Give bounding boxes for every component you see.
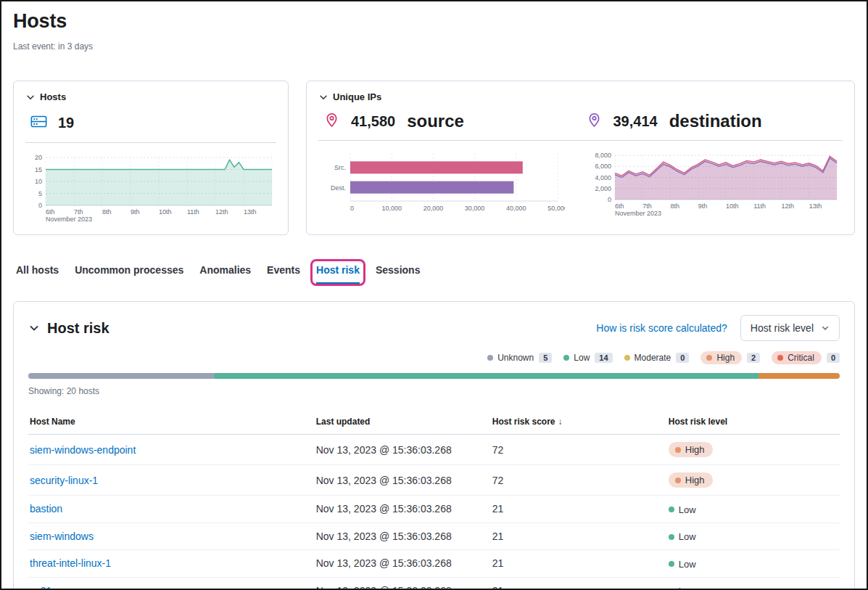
- risk-level-cell: Low: [669, 585, 838, 590]
- host-link[interactable]: bastion: [30, 503, 62, 515]
- legend-dot-icon: [706, 355, 712, 361]
- svg-text:0: 0: [350, 205, 354, 212]
- last-updated-cell: Nov 13, 2023 @ 15:36:03.268: [316, 585, 492, 590]
- destination-ip-count: 39,414: [613, 113, 658, 130]
- risk-score-cell: 21: [492, 503, 669, 515]
- risk-score-cell: 72: [492, 444, 669, 456]
- distribution-segment: [215, 373, 759, 379]
- hosts-panel-title: Hosts: [40, 91, 66, 102]
- page-title: Hosts: [13, 10, 855, 33]
- host-risk-level-filter-button[interactable]: Host risk level: [740, 315, 840, 341]
- svg-text:11th: 11th: [187, 208, 199, 216]
- unique-ips-panel-title: Unique IPs: [333, 91, 381, 102]
- svg-text:11th: 11th: [753, 202, 766, 210]
- tab-uncommon-processes[interactable]: Uncommon processes: [75, 264, 183, 284]
- distribution-segment: [28, 373, 215, 379]
- svg-text:10: 10: [35, 178, 42, 185]
- svg-text:13th: 13th: [809, 202, 822, 210]
- storage-icon: [30, 112, 48, 134]
- risk-level-dot-icon: [669, 561, 674, 567]
- chevron-down-icon[interactable]: [25, 92, 36, 102]
- showing-count-text: Showing: 20 hosts: [28, 386, 840, 396]
- source-ip-count: 41,580: [351, 113, 395, 130]
- svg-text:9th: 9th: [131, 208, 140, 216]
- svg-text:2,000: 2,000: [595, 185, 611, 192]
- svg-text:20: 20: [35, 154, 42, 161]
- legend-count-badge: 0: [827, 353, 840, 363]
- svg-text:30,000: 30,000: [465, 205, 485, 212]
- source-kpi: 41,580 source: [318, 111, 581, 131]
- last-updated-cell: Nov 13, 2023 @ 15:36:03.268: [316, 444, 492, 456]
- hosts-panel: Hosts 19 051015206th7th8th9th10th11th12t: [13, 81, 289, 235]
- column-header-host-risk-score[interactable]: Host risk score ↓: [492, 417, 669, 427]
- svg-text:4,000: 4,000: [595, 174, 611, 181]
- legend-dot-icon: [777, 355, 783, 361]
- tab-all-hosts[interactable]: All hosts: [16, 264, 59, 284]
- risk-score-cell: 72: [492, 475, 669, 486]
- risk-level-dot-icon: [675, 478, 681, 483]
- chevron-down-icon[interactable]: [318, 92, 328, 102]
- svg-text:10th: 10th: [159, 208, 172, 216]
- column-header-host-name[interactable]: Host Name: [30, 417, 316, 427]
- column-header-last-updated[interactable]: Last updated: [316, 417, 492, 427]
- host-risk-title: Host risk: [47, 320, 109, 337]
- last-event-text: Last event: in 3 days: [13, 41, 855, 52]
- column-header-host-risk-level[interactable]: Host risk level: [669, 417, 838, 427]
- svg-text:15: 15: [35, 166, 42, 173]
- risk-score-cell: 21: [492, 557, 669, 569]
- risk-level-cell: High: [669, 442, 838, 457]
- table-header-row: Host Name Last updated Host risk score ↓…: [28, 412, 840, 435]
- svg-text:6,000: 6,000: [595, 163, 611, 170]
- risk-distribution-bar: [28, 373, 840, 379]
- hosts-area-chart: 051015206th7th8th9th10th11th12th13thNove…: [25, 152, 278, 224]
- tab-anomalies[interactable]: Anomalies: [199, 264, 251, 284]
- chevron-down-icon[interactable]: [28, 322, 40, 334]
- svg-text:0: 0: [38, 202, 42, 209]
- distribution-segment: [759, 373, 840, 379]
- svg-text:10,000: 10,000: [381, 205, 402, 212]
- hosts-count: 19: [58, 115, 74, 131]
- risk-level-dot-icon: [669, 507, 674, 512]
- svg-text:13th: 13th: [244, 208, 257, 216]
- last-updated-cell: Nov 13, 2023 @ 15:36:03.268: [316, 475, 492, 486]
- legend-item: Unknown 5: [487, 353, 552, 363]
- tab-events[interactable]: Events: [267, 264, 300, 284]
- legend-item: Critical 0: [772, 351, 840, 364]
- svg-text:5: 5: [38, 190, 42, 197]
- legend-count-badge: 2: [747, 353, 760, 363]
- destination-kpi: 39,414 destination: [581, 111, 843, 131]
- host-link[interactable]: security-linux-1: [30, 475, 98, 486]
- svg-text:6th: 6th: [46, 208, 55, 216]
- legend-dot-icon: [624, 355, 630, 361]
- risk-score-help-link[interactable]: How is risk score calculated?: [596, 322, 727, 334]
- host-risk-table: Host Name Last updated Host risk score ↓…: [28, 412, 840, 590]
- tab-sessions[interactable]: Sessions: [376, 264, 420, 284]
- risk-score-cell: 21: [492, 585, 669, 590]
- unique-ips-panel: Unique IPs 41,580 source: [306, 81, 855, 235]
- risk-level-cell: High: [669, 472, 838, 488]
- last-updated-cell: Nov 13, 2023 @ 15:36:03.268: [316, 503, 492, 515]
- tab-host-risk[interactable]: Host risk: [316, 264, 360, 284]
- destination-label: destination: [669, 111, 762, 131]
- host-link[interactable]: siem-windows-endpoint: [30, 444, 136, 456]
- host-link[interactable]: threat-intel-linux-1: [30, 557, 111, 569]
- tabs: All hostsUncommon processesAnomaliesEven…: [13, 260, 855, 284]
- svg-text:8th: 8th: [671, 202, 680, 210]
- legend-item: Low 14: [563, 353, 612, 363]
- svg-text:November 2023: November 2023: [615, 210, 661, 217]
- svg-text:8,000: 8,000: [595, 152, 611, 159]
- svg-text:12th: 12th: [782, 202, 795, 210]
- svg-text:8th: 8th: [102, 208, 112, 216]
- svg-text:20,000: 20,000: [423, 205, 444, 212]
- host-link[interactable]: es01: [30, 585, 51, 590]
- kpi-row: Hosts 19 051015206th7th8th9th10th11th12t: [13, 81, 855, 235]
- risk-level-cell: Low: [669, 503, 838, 515]
- svg-text:50,000: 50,000: [547, 205, 565, 212]
- legend-count-badge: 0: [676, 353, 689, 363]
- host-link[interactable]: siem-windows: [30, 530, 94, 542]
- unique-ips-area-chart: 02,0004,0006,0008,0006th7th8th9th10th11t…: [587, 149, 843, 218]
- legend-count-badge: 5: [539, 353, 552, 363]
- last-updated-cell: Nov 13, 2023 @ 15:36:03.268: [316, 557, 492, 569]
- risk-level-cell: Low: [669, 557, 838, 570]
- svg-text:November 2023: November 2023: [46, 216, 92, 223]
